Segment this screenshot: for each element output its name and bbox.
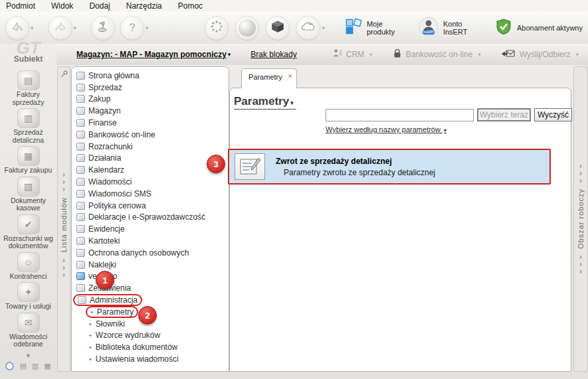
send-receive-icon bbox=[501, 48, 516, 60]
banking-icon bbox=[76, 131, 85, 139]
help-button[interactable]: ? bbox=[120, 16, 144, 40]
account-person-icon: InsERT bbox=[419, 17, 439, 39]
navigation-tree: Strona główna Sprzedaż Zakup Magazyn Fin… bbox=[71, 66, 229, 372]
data-cube-button[interactable] bbox=[266, 16, 290, 40]
sidebar-item-sprzedaz-detaliczna[interactable]: ▥ Sprzedaż detaliczna bbox=[1, 108, 56, 144]
tree-item-ochrona-danych[interactable]: Ochrona danych osobowych bbox=[72, 247, 229, 259]
gt-logo: GT bbox=[16, 40, 40, 56]
records-icon bbox=[76, 225, 85, 233]
crm-menu[interactable]: CRM ▾ bbox=[332, 48, 375, 60]
subscription-label: Abonament aktywny bbox=[517, 24, 583, 32]
send-receive-menu[interactable]: Wyślij/Odbierz ▾ bbox=[501, 48, 581, 60]
back-button[interactable] bbox=[5, 16, 29, 40]
menu-podmiot[interactable]: Podmiot bbox=[6, 1, 35, 11]
flag-icon bbox=[96, 20, 110, 36]
tab-parametry[interactable]: Parametry × bbox=[241, 68, 297, 88]
tree-item-naklejki[interactable]: Naklejki bbox=[72, 259, 229, 271]
tree-item-biblioteka-dokumentow[interactable]: •Biblioteka dokumentów bbox=[72, 341, 229, 353]
online-banking-menu[interactable]: Bankowość on-line ▾ bbox=[393, 48, 484, 60]
tree-item-magazyn[interactable]: Magazyn bbox=[72, 105, 229, 117]
pricing-policy-icon bbox=[76, 202, 85, 210]
sidebar-item-towary-i-uslugi[interactable]: ✦ Towary i usługi bbox=[1, 282, 56, 311]
menu-widok[interactable]: Widok bbox=[51, 1, 73, 11]
tree-item-zakup[interactable]: Zakup bbox=[72, 94, 229, 106]
chevron-icon: › bbox=[579, 268, 582, 275]
menu-dodaj[interactable]: Dodaj bbox=[89, 1, 110, 11]
help-dropdown-icon[interactable]: ▾ bbox=[146, 25, 149, 31]
filter-by-name-link[interactable]: Wybierz według nazwy parametrów ▾ bbox=[326, 125, 449, 133]
sidebar-item-faktury-zakupu[interactable]: ▦ Faktury zakupu bbox=[1, 146, 56, 175]
forward-button[interactable] bbox=[49, 16, 72, 40]
forward-dropdown-icon[interactable]: ▾ bbox=[74, 25, 77, 31]
mini-module-2-icon[interactable]: ▥ bbox=[32, 362, 39, 370]
annotation-step-2: 2 bbox=[138, 306, 157, 325]
goods-services-icon: ✦ bbox=[17, 282, 40, 302]
parameter-search-input[interactable] bbox=[326, 109, 474, 121]
activities-icon bbox=[76, 154, 85, 162]
tree-item-dzialania[interactable]: Działania bbox=[72, 153, 229, 165]
tree-item-kartoteki[interactable]: Kartoteki bbox=[72, 235, 229, 247]
tree-item-wiadomosci-sms[interactable]: Wiadomości SMS bbox=[72, 188, 229, 200]
clear-button[interactable]: Wyczyść bbox=[534, 108, 572, 121]
tree-item-wzorce-wydrukow[interactable]: •Wzorce wydruków bbox=[72, 330, 229, 342]
subscription-status[interactable]: Abonament aktywny bbox=[495, 18, 583, 38]
cloud-sync-button[interactable] bbox=[296, 16, 320, 40]
my-products-button[interactable]: Moje produkty bbox=[345, 18, 401, 38]
crm-person-icon bbox=[332, 48, 342, 60]
select-now-button[interactable]: Wybierz teraz bbox=[477, 108, 531, 121]
tree-item-ewidencje[interactable]: Ewidencje bbox=[72, 223, 229, 235]
send-receive-label: Wyślij/Odbierz bbox=[520, 50, 571, 59]
loading-spinner-button[interactable] bbox=[205, 16, 229, 40]
menu-narzedzia[interactable]: Narzędzia bbox=[126, 1, 162, 11]
shield-check-icon bbox=[495, 18, 512, 38]
tree-item-rozrachunki[interactable]: Rozrachunki bbox=[72, 141, 229, 153]
pin-icon[interactable] bbox=[60, 70, 68, 79]
tree-item-strona-glowna[interactable]: Strona główna bbox=[72, 70, 229, 82]
sidebar-more-icon[interactable]: ▼ bbox=[25, 352, 31, 359]
sidebar-item-faktury-sprzedazy[interactable]: ▤ Faktury sprzedaży bbox=[1, 70, 56, 106]
workspace-strip[interactable]: › › › Obszar roboczy › › › bbox=[573, 66, 588, 372]
cube-icon bbox=[270, 19, 285, 37]
page-title[interactable]: Parametry▾ bbox=[234, 95, 296, 110]
tree-item-wiadomosci[interactable]: Wiadomości bbox=[72, 176, 229, 188]
sidebar-item-wiadomosci-odebrane[interactable]: ✉ Wiadomości odebrane bbox=[1, 313, 56, 348]
result-item-zwrot-ze-sprzedazy[interactable]: Zwrot ze sprzedaży detalicznej Parametry… bbox=[228, 149, 551, 185]
mini-module-1-icon[interactable]: ▤ bbox=[19, 362, 26, 370]
warehouse-selector[interactable]: Magazyn: - MAP - Magazyn pomocniczy bbox=[76, 50, 227, 59]
tree-item-polityka-cenowa[interactable]: Polityka cenowa bbox=[72, 200, 229, 212]
mini-module-selected-icon[interactable] bbox=[5, 362, 14, 370]
sidebar-item-rozrachunki[interactable]: ✔ Rozrachunki wg dokumentów bbox=[1, 214, 56, 250]
sidebar-item-kontrahenci[interactable]: ☺ Kontrahenci bbox=[1, 252, 56, 281]
flag-button[interactable] bbox=[91, 16, 115, 40]
tab-close-icon[interactable]: × bbox=[288, 73, 292, 80]
tree-item-administracja[interactable]: Administracja bbox=[72, 294, 229, 306]
sidebar-item-dokumenty-kasowe[interactable]: ▧ Dokumenty kasowe bbox=[1, 177, 56, 212]
back-dropdown-icon[interactable]: ▾ bbox=[31, 25, 34, 31]
my-products-label: Moje produkty bbox=[367, 20, 401, 36]
declarations-icon bbox=[76, 213, 85, 221]
insert-account-button[interactable]: InsERT Konto InsERT bbox=[419, 17, 478, 39]
tree-item-finanse[interactable]: Finanse bbox=[72, 117, 229, 129]
menu-pomoc[interactable]: Pomoc bbox=[178, 1, 203, 11]
workspace-strip-label: Obszar roboczy bbox=[577, 189, 585, 249]
tree-item-zestawienia[interactable]: Zestawienia bbox=[72, 282, 229, 294]
bullet-icon: • bbox=[89, 320, 92, 328]
tree-item-sprzedaz[interactable]: Sprzedaż bbox=[72, 82, 229, 94]
lock-icon bbox=[393, 48, 402, 60]
settlements-check-icon bbox=[76, 143, 85, 151]
vendero-gear-icon bbox=[76, 272, 85, 280]
lock-status-link[interactable]: Brak blokady bbox=[250, 50, 296, 59]
tree-item-kalendarz[interactable]: Kalendarz bbox=[72, 164, 229, 176]
administracja-highlight-outline: Administracja bbox=[73, 294, 142, 306]
mini-module-3-icon[interactable]: ▦ bbox=[44, 362, 50, 370]
online-services-button[interactable] bbox=[235, 16, 259, 40]
cloud-dropdown-icon[interactable]: ▾ bbox=[322, 25, 325, 31]
online-banking-label: Bankowość on-line bbox=[406, 50, 473, 59]
tree-item-bankowosc-on-line[interactable]: Bankowość on-line bbox=[72, 129, 229, 141]
warehouse-icon bbox=[76, 107, 85, 115]
tree-item-ustawienia-wiadomosci[interactable]: •Ustawienia wiadomości bbox=[72, 353, 229, 365]
forward-arrow-icon bbox=[54, 20, 67, 36]
tree-item-deklaracje[interactable]: Deklaracje i e-Sprawozdawczość bbox=[72, 212, 229, 224]
module-list-strip[interactable]: › › › Lista modułów › › › bbox=[57, 66, 70, 372]
warehouse-dropdown-icon[interactable]: ▾ bbox=[228, 51, 231, 58]
